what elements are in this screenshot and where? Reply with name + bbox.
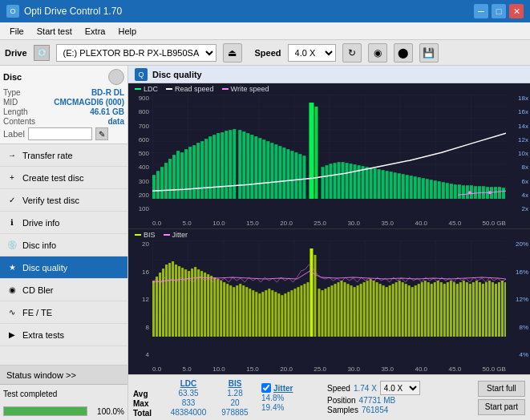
verify-test-disc-icon: ✓ (6, 195, 18, 206)
speed-select[interactable]: 4.0 X (380, 381, 420, 395)
sidebar: Disc Type BD-R DL MID CMCMAGDI6 (000) Le… (0, 66, 128, 420)
status-window-button[interactable]: Status window >> (0, 365, 127, 385)
sidebar-item-extra-tests[interactable]: ▶ Extra tests (0, 324, 127, 346)
start-part-button[interactable]: Start part (478, 399, 525, 415)
menu-extra[interactable]: Extra (79, 25, 112, 38)
svg-rect-169 (408, 285, 411, 337)
sidebar-item-verify-test-disc[interactable]: ✓ Verify test disc (0, 189, 127, 212)
title-bar: O Opti Drive Control 1.70 ─ □ ✕ (0, 0, 530, 22)
sidebar-item-cd-bler[interactable]: ◉ CD Bler (0, 279, 127, 301)
menu-file[interactable]: File (3, 25, 30, 38)
disc-read-button[interactable]: ◉ (368, 43, 387, 63)
svg-rect-173 (421, 282, 423, 337)
speed-refresh-button[interactable]: ↻ (342, 43, 362, 63)
drive-info-icon: ℹ (6, 217, 18, 228)
extra-tests-icon: ▶ (6, 329, 18, 341)
app-icon: O (6, 5, 19, 18)
speed-label: Speed (327, 384, 350, 393)
svg-rect-126 (261, 292, 264, 337)
svg-rect-168 (405, 284, 407, 337)
chart2-legend: BIS Jitter (135, 231, 188, 239)
svg-rect-98 (178, 266, 180, 337)
sidebar-item-disc-info[interactable]: 💿 Disc info (0, 234, 127, 256)
max-label: Max (133, 399, 162, 408)
svg-rect-72 (446, 183, 449, 199)
disc-label-edit-button[interactable]: ✎ (95, 127, 108, 140)
svg-rect-12 (196, 143, 200, 199)
avg-label: Avg (133, 390, 162, 398)
svg-rect-18 (220, 132, 224, 199)
svg-rect-5 (168, 159, 172, 199)
disc-write-button[interactable]: ⬤ (394, 43, 413, 63)
svg-rect-20 (229, 130, 232, 199)
save-button[interactable]: 💾 (419, 43, 439, 63)
svg-rect-158 (373, 281, 375, 337)
svg-rect-107 (207, 274, 209, 337)
svg-rect-56 (382, 170, 385, 199)
speed-select[interactable]: 4.0 X (288, 44, 336, 62)
svg-rect-199 (504, 282, 506, 337)
svg-rect-171 (415, 285, 417, 337)
svg-rect-22 (309, 103, 314, 199)
svg-rect-109 (213, 277, 216, 337)
sidebar-item-fe-te[interactable]: ∿ FE / TE (0, 301, 127, 324)
drive-select[interactable]: (E:) PLEXTOR BD-R PX-LB950SA 1.06 (56, 44, 216, 62)
svg-rect-17 (216, 133, 220, 199)
svg-rect-54 (374, 168, 377, 199)
disc-length-value: 46.61 GB (90, 107, 124, 116)
svg-rect-180 (443, 284, 446, 337)
svg-rect-133 (284, 293, 286, 337)
close-button[interactable]: ✕ (509, 4, 524, 18)
speed-value: 1.74 X (354, 384, 377, 393)
sidebar-item-disc-quality[interactable]: ★ Disc quality (0, 256, 127, 279)
svg-rect-48 (350, 164, 353, 199)
svg-rect-79 (474, 186, 477, 199)
svg-rect-130 (274, 292, 277, 337)
svg-rect-135 (290, 290, 293, 337)
menu-start-test[interactable]: Start test (30, 25, 79, 38)
speed-label: Speed (255, 48, 281, 58)
svg-rect-117 (233, 287, 235, 337)
svg-rect-64 (414, 176, 417, 199)
sidebar-item-transfer-rate[interactable]: → Transfer rate (0, 144, 127, 167)
progress-bar-container-outer: 100.0% (0, 402, 127, 420)
maximize-button[interactable]: □ (492, 4, 506, 18)
svg-rect-40 (302, 155, 305, 199)
sidebar-item-drive-info[interactable]: ℹ Drive info (0, 212, 127, 234)
jitter-checkbox[interactable] (261, 383, 271, 393)
svg-rect-1 (152, 175, 156, 199)
svg-rect-75 (458, 184, 461, 199)
fe-te-icon: ∿ (6, 307, 18, 318)
disc-contents-label: Contents (3, 117, 35, 126)
svg-rect-198 (501, 281, 504, 337)
stats-bar: Avg Max Total LDC 63.35 833 48384000 BIS… (128, 374, 530, 420)
disc-type-value: BD-R DL (91, 88, 124, 97)
svg-rect-63 (410, 176, 413, 199)
legend-bis: BIS (135, 231, 156, 239)
svg-rect-30 (262, 139, 265, 199)
sidebar-item-label-create-test-disc: Create test disc (22, 173, 83, 183)
svg-rect-15 (208, 136, 212, 199)
svg-rect-84 (494, 187, 497, 199)
svg-rect-193 (485, 282, 488, 337)
start-full-button[interactable]: Start full (478, 381, 525, 397)
svg-rect-141 (318, 289, 320, 337)
drive-eject-icon[interactable]: 💿 (34, 45, 50, 61)
minimize-button[interactable]: ─ (474, 4, 488, 18)
svg-rect-108 (210, 276, 212, 337)
main-layout: Disc Type BD-R DL MID CMCMAGDI6 (000) Le… (0, 66, 530, 420)
svg-rect-156 (366, 281, 369, 337)
svg-rect-51 (362, 166, 365, 199)
svg-rect-184 (456, 284, 459, 337)
disc-label-input[interactable] (28, 127, 92, 140)
sidebar-item-create-test-disc[interactable]: + Create test disc (0, 167, 127, 189)
svg-rect-161 (382, 285, 385, 337)
svg-rect-36 (286, 149, 289, 199)
disc-type-label: Type (3, 88, 21, 97)
legend-ldc-dot (135, 88, 141, 90)
menu-help[interactable]: Help (111, 25, 143, 38)
drive-eject-button[interactable]: ⏏ (223, 43, 242, 63)
legend-ldc: LDC (135, 85, 158, 93)
svg-rect-34 (278, 146, 281, 199)
svg-rect-120 (242, 285, 245, 337)
